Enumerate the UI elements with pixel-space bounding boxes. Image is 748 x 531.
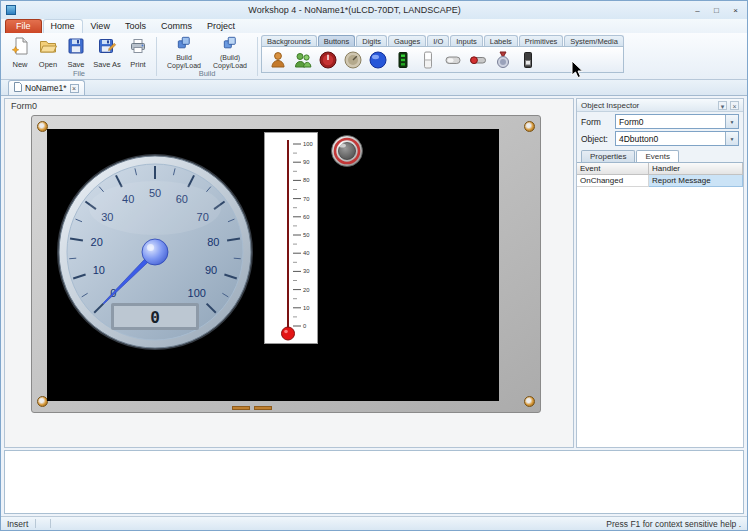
animated-button-icon[interactable]	[267, 49, 289, 71]
build-group-label: Build	[158, 69, 256, 78]
svg-text:60: 60	[303, 214, 309, 220]
print-button-label: Print	[130, 60, 145, 69]
led-button-icon[interactable]	[367, 49, 389, 71]
event-name-cell[interactable]: OnChanged	[577, 175, 649, 187]
titlebar: Workshop 4 - NoName1*(uLCD-70DT, LANDSCA…	[1, 1, 747, 19]
svg-text:90: 90	[205, 264, 217, 276]
widget-tab-inputs[interactable]: Inputs	[450, 35, 482, 46]
pin-icon[interactable]: ▾	[718, 101, 727, 110]
status-separator	[50, 519, 51, 528]
widget-tab-digits[interactable]: Digits	[356, 35, 387, 46]
new-file-icon	[10, 36, 30, 60]
menu-tab-home[interactable]: Home	[43, 19, 83, 33]
knob-icon[interactable]	[317, 49, 339, 71]
status-separator	[35, 519, 36, 528]
panel-close-icon[interactable]: ×	[730, 101, 739, 110]
ribbon-separator	[156, 37, 157, 76]
tab-properties[interactable]: Properties	[581, 150, 635, 162]
svg-text:100: 100	[303, 141, 313, 147]
build-copy-load-button[interactable]: Build Copy/Load	[161, 35, 207, 70]
connector-pin	[232, 406, 250, 410]
save-as-button-label: Save As	[93, 60, 121, 69]
svg-text:50: 50	[303, 232, 309, 238]
open-button-label: Open	[39, 60, 57, 69]
object-inspector-header: Object Inspector ▾ ×	[577, 99, 743, 112]
save-as-floppy-icon	[97, 36, 117, 60]
ribbon-group-file: New Open Save Save As Print File	[3, 34, 155, 79]
gauge-widget[interactable]: 0102030405060708090100 0	[55, 152, 255, 352]
document-tab[interactable]: NoName1* ×	[8, 80, 85, 95]
user-button-icon[interactable]	[292, 49, 314, 71]
lcd-module: 0102030405060708090100 0	[31, 115, 541, 413]
event-row: OnChanged Report Message	[577, 175, 743, 187]
mouse-cursor	[571, 61, 583, 79]
form-selector-value: Form0	[619, 117, 644, 127]
widget-tab-io[interactable]: I/O	[427, 35, 449, 46]
slide-switch-icon[interactable]	[517, 49, 539, 71]
event-column-header: Event	[577, 163, 649, 175]
form-selector-dropdown[interactable]: Form0 ▼	[615, 114, 739, 129]
svg-text:90: 90	[303, 159, 309, 165]
document-tab-label: NoName1*	[25, 83, 67, 93]
document-tab-close-icon[interactable]: ×	[70, 84, 79, 93]
build-only-copy-load-button[interactable]: (Build) Copy/Load	[207, 35, 253, 70]
save-as-button[interactable]: Save As	[90, 35, 124, 69]
form-selector-label: Form	[581, 117, 611, 127]
build-alt-icon	[223, 36, 237, 54]
print-button[interactable]: Print	[124, 35, 152, 69]
new-button-label: New	[12, 60, 27, 69]
design-panel: Form0	[4, 98, 574, 448]
svg-text:80: 80	[207, 236, 219, 248]
rocker-switch-icon[interactable]	[417, 49, 439, 71]
output-panel	[4, 450, 744, 514]
gauge-value-readout: 0	[150, 308, 160, 327]
object-selector-label: Object:	[581, 134, 611, 144]
app-icon	[6, 5, 16, 15]
main-area: Form0	[1, 96, 747, 450]
widget-tab-backgrounds[interactable]: Backgrounds	[261, 35, 317, 46]
menu-tab-project[interactable]: Project	[200, 20, 242, 33]
menu-tab-comms[interactable]: Comms	[154, 20, 199, 33]
widget-tab-buttons[interactable]: Buttons	[318, 35, 355, 46]
save-button[interactable]: Save	[62, 35, 90, 69]
open-button[interactable]: Open	[34, 35, 62, 69]
menubar: File Home View Tools Comms Project	[1, 19, 747, 33]
build-icon	[177, 36, 191, 54]
toggle-switch-icon[interactable]	[467, 49, 489, 71]
form-design-surface[interactable]: 0102030405060708090100 0	[47, 129, 499, 401]
svg-text:40: 40	[303, 250, 309, 256]
widget-tab-primitives[interactable]: Primitives	[519, 35, 564, 46]
chevron-down-icon[interactable]: ▼	[725, 132, 738, 145]
ribbon-group-build: Build Copy/Load (Build) Copy/Load Build	[158, 34, 256, 79]
led-button-widget[interactable]	[330, 134, 364, 168]
widget-tab-gauges[interactable]: Gauges	[388, 35, 426, 46]
event-handler-cell[interactable]: Report Message	[649, 175, 743, 187]
thermometer-widget[interactable]: 1009080706050403020100	[264, 132, 318, 344]
menu-tab-view[interactable]: View	[84, 20, 117, 33]
widget-tab-system-media[interactable]: System/Media	[564, 35, 624, 46]
svg-text:80: 80	[303, 177, 309, 183]
svg-text:10: 10	[93, 264, 105, 276]
svg-text:20: 20	[91, 236, 103, 248]
inspector-tabs: Properties Events	[577, 146, 743, 163]
chevron-down-icon[interactable]: ▼	[725, 115, 738, 128]
push-button-icon[interactable]	[442, 49, 464, 71]
widget-tab-labels[interactable]: Labels	[484, 35, 518, 46]
menu-tab-file[interactable]: File	[5, 19, 42, 33]
tab-events[interactable]: Events	[636, 150, 678, 162]
mount-hole-icon	[524, 396, 535, 407]
file-group-label: File	[3, 69, 155, 78]
medal-button-icon[interactable]	[492, 49, 514, 71]
minimize-button[interactable]: –	[689, 4, 706, 17]
handler-column-header: Handler	[649, 163, 743, 175]
form-selector-row: Form Form0 ▼	[577, 112, 743, 129]
window-title: Workshop 4 - NoName1*(uLCD-70DT, LANDSCA…	[20, 5, 689, 15]
maximize-button[interactable]: □	[708, 4, 725, 17]
matrix-button-icon[interactable]	[392, 49, 414, 71]
menu-tab-tools[interactable]: Tools	[118, 20, 153, 33]
save-button-label: Save	[67, 60, 84, 69]
object-selector-dropdown[interactable]: 4Dbutton0 ▼	[615, 131, 739, 146]
new-button[interactable]: New	[6, 35, 34, 69]
close-button[interactable]: ×	[727, 4, 744, 17]
rotary-switch-icon[interactable]	[342, 49, 364, 71]
